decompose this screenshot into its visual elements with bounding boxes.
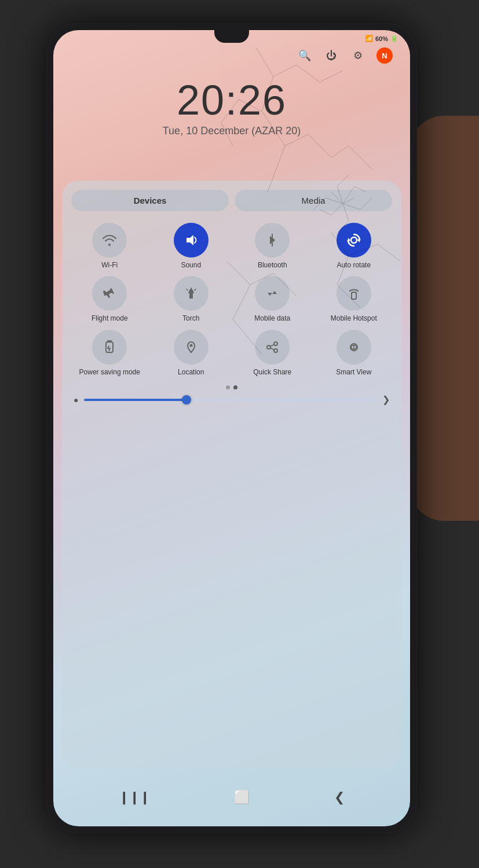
sound-label: Sound — [181, 261, 201, 269]
powersaving-icon — [92, 330, 127, 365]
clock-area: 20:26 Tue, 10 December (AZAR 20) — [53, 76, 410, 137]
autorotate-icon — [337, 223, 371, 258]
brightness-low-icon: ● — [74, 395, 78, 404]
status-bar: 📶 60% 🔋 — [365, 35, 398, 42]
pagination-dots — [71, 385, 392, 389]
battery-percent: 60% — [375, 35, 388, 42]
tile-quickshare[interactable]: Quick Share — [234, 330, 311, 376]
svg-line-17 — [270, 344, 274, 346]
location-icon — [174, 330, 209, 365]
tab-devices[interactable]: Devices — [71, 190, 229, 211]
dot-2 — [233, 385, 237, 389]
svg-line-18 — [270, 348, 274, 350]
torch-icon — [174, 276, 209, 311]
svg-point-13 — [189, 344, 192, 347]
tile-powersaving[interactable]: Power saving mode — [71, 330, 148, 376]
tile-hotspot[interactable]: Mobile Hotspot — [316, 276, 393, 322]
smartview-label: Smart View — [336, 368, 371, 376]
phone-screen: 📶 60% 🔋 🔍 ⏻ ⚙ N 20:26 Tue, 10 December (… — [53, 30, 410, 826]
brightness-row: ● ❯ — [71, 394, 392, 405]
nav-recents[interactable]: ❙❙❙ — [119, 790, 150, 805]
quick-settings-panel: Devices Media — [62, 181, 401, 768]
tiles-grid: Wi-Fi Sound — [71, 223, 392, 376]
wifi-icon — [92, 223, 127, 258]
dot-1 — [226, 385, 230, 389]
scene: 📶 60% 🔋 🔍 ⏻ ⚙ N 20:26 Tue, 10 December (… — [0, 0, 479, 868]
sound-icon — [174, 223, 209, 258]
svg-rect-5 — [189, 293, 193, 299]
bluetooth-label: Bluetooth — [258, 261, 287, 269]
clock-time: 20:26 — [53, 76, 410, 124]
tile-autorotate[interactable]: Auto rotate — [316, 223, 393, 269]
notification-badge[interactable]: N — [376, 47, 393, 64]
battery-icon: 🔋 — [390, 35, 398, 42]
signal-icon: 📶 — [365, 35, 373, 42]
hotspot-icon — [337, 276, 371, 311]
quickshare-label: Quick Share — [253, 368, 291, 376]
nav-home[interactable]: ⬜ — [234, 790, 250, 805]
flight-icon — [92, 276, 127, 311]
hand — [409, 116, 479, 521]
svg-point-14 — [274, 342, 277, 345]
powersaving-label: Power saving mode — [79, 368, 140, 376]
svg-marker-3 — [357, 238, 360, 242]
svg-line-9 — [195, 289, 196, 290]
tile-location[interactable]: Location — [153, 330, 230, 376]
autorotate-label: Auto rotate — [337, 261, 371, 269]
clock-date: Tue, 10 December (AZAR 20) — [53, 125, 410, 137]
tile-smartview[interactable]: Smart View — [316, 330, 393, 376]
brightness-slider[interactable] — [84, 399, 376, 401]
tile-torch[interactable]: Torch — [153, 276, 230, 322]
quickshare-icon — [255, 330, 290, 365]
svg-rect-11 — [106, 342, 113, 352]
flight-label: Flight mode — [92, 314, 128, 322]
hotspot-label: Mobile Hotspot — [331, 314, 377, 322]
svg-point-2 — [351, 237, 357, 243]
mobiledata-icon — [255, 276, 290, 311]
svg-marker-6 — [188, 290, 194, 293]
tile-flight[interactable]: Flight mode — [71, 276, 148, 322]
svg-marker-7 — [190, 287, 192, 290]
power-icon[interactable]: ⏻ — [323, 47, 339, 64]
tile-bluetooth[interactable]: Bluetooth — [234, 223, 311, 269]
nav-bar: ❙❙❙ ⬜ ❮ — [53, 774, 410, 826]
search-icon[interactable]: 🔍 — [297, 47, 313, 64]
top-icons-row: 🔍 ⏻ ⚙ N — [53, 47, 410, 64]
svg-line-8 — [187, 289, 188, 290]
wifi-label: Wi-Fi — [101, 261, 118, 269]
notch — [214, 30, 249, 43]
tab-media[interactable]: Media — [235, 190, 392, 211]
tile-mobiledata[interactable]: Mobile data — [234, 276, 311, 322]
tile-wifi[interactable]: Wi-Fi — [71, 223, 148, 269]
location-label: Location — [178, 368, 204, 376]
bluetooth-icon — [255, 223, 290, 258]
svg-point-16 — [267, 345, 270, 349]
torch-label: Torch — [182, 314, 199, 322]
settings-icon[interactable]: ⚙ — [350, 47, 366, 64]
mobiledata-label: Mobile data — [254, 314, 290, 322]
brightness-thumb[interactable] — [182, 395, 191, 404]
svg-marker-0 — [187, 235, 193, 245]
brightness-expand-icon[interactable]: ❯ — [382, 394, 390, 405]
brightness-fill — [84, 399, 187, 401]
svg-point-15 — [274, 349, 277, 352]
panel-tabs: Devices Media — [71, 190, 392, 211]
svg-marker-4 — [348, 238, 350, 242]
svg-rect-10 — [352, 292, 356, 299]
nav-back[interactable]: ❮ — [334, 790, 345, 805]
tile-sound[interactable]: Sound — [153, 223, 230, 269]
smartview-icon — [337, 330, 371, 365]
phone-shell: 📶 60% 🔋 🔍 ⏻ ⚙ N 20:26 Tue, 10 December (… — [46, 23, 417, 833]
